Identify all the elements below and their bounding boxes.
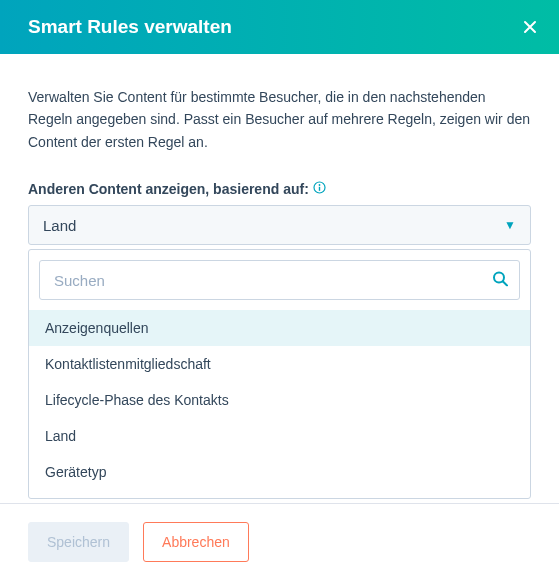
svg-point-1 bbox=[318, 184, 320, 186]
criteria-select[interactable]: Land ▼ bbox=[28, 205, 531, 245]
search-icon[interactable] bbox=[492, 271, 508, 290]
info-icon[interactable] bbox=[313, 181, 326, 197]
list-item[interactable]: Kontaktlistenmitgliedschaft bbox=[29, 346, 530, 382]
field-label-text: Anderen Content anzeigen, basierend auf: bbox=[28, 181, 309, 197]
options-list: Anzeigenquellen Kontaktlistenmitgliedsch… bbox=[29, 310, 530, 488]
list-item[interactable]: Land bbox=[29, 418, 530, 454]
field-label: Anderen Content anzeigen, basierend auf: bbox=[28, 181, 531, 197]
save-button: Speichern bbox=[28, 522, 129, 562]
modal-footer: Speichern Abbrechen bbox=[0, 503, 559, 580]
select-value: Land bbox=[43, 217, 76, 234]
description-text: Verwalten Sie Content für bestimmte Besu… bbox=[28, 86, 531, 153]
search-wrap bbox=[39, 260, 520, 300]
svg-rect-2 bbox=[319, 187, 320, 191]
modal-body: Verwalten Sie Content für bestimmte Besu… bbox=[0, 54, 559, 545]
list-item[interactable]: Lifecycle-Phase des Kontakts bbox=[29, 382, 530, 418]
chevron-down-icon: ▼ bbox=[504, 218, 516, 232]
close-icon[interactable] bbox=[521, 18, 539, 36]
cancel-button[interactable]: Abbrechen bbox=[143, 522, 249, 562]
search-input[interactable] bbox=[39, 260, 520, 300]
dropdown-panel: Anzeigenquellen Kontaktlistenmitgliedsch… bbox=[28, 249, 531, 499]
svg-line-4 bbox=[503, 282, 507, 286]
list-item[interactable]: Gerätetyp bbox=[29, 454, 530, 488]
modal-header: Smart Rules verwalten bbox=[0, 0, 559, 54]
list-item[interactable]: Anzeigenquellen bbox=[29, 310, 530, 346]
modal-title: Smart Rules verwalten bbox=[28, 16, 232, 38]
